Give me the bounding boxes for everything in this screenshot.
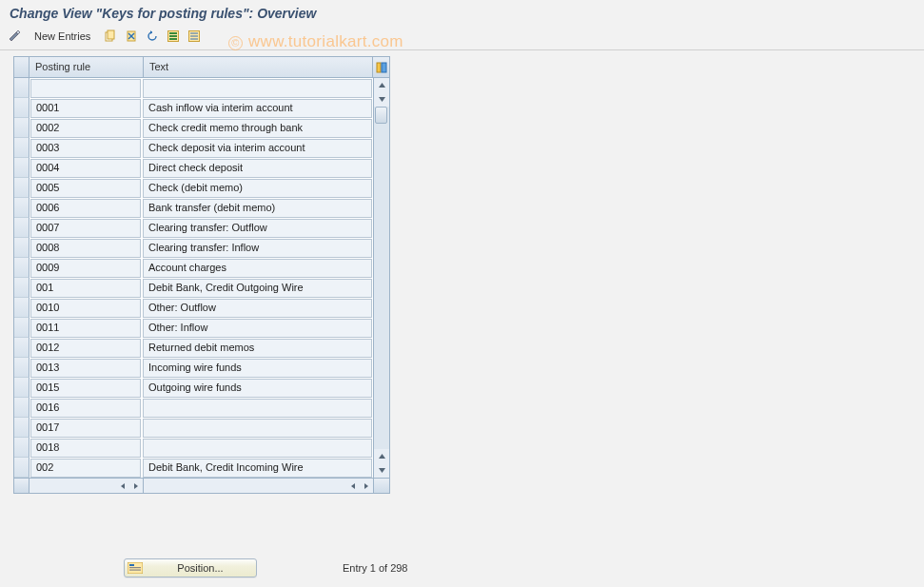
scroll-down-icon[interactable]	[374, 463, 389, 478]
cell-text[interactable]	[143, 439, 372, 458]
row-selector[interactable]	[14, 398, 29, 418]
cell-text[interactable]: Debit Bank, Credit Incoming Wire	[143, 459, 372, 478]
row-selector[interactable]	[14, 298, 29, 318]
cell-text[interactable]: Clearing transfer: Inflow	[143, 239, 372, 258]
row-selector[interactable]	[14, 198, 29, 218]
row-selector[interactable]	[14, 438, 29, 458]
row-selector[interactable]	[14, 158, 29, 178]
row-selector[interactable]	[14, 238, 29, 258]
hscroll-corner-left	[14, 479, 29, 493]
cell-text[interactable]: Returned debit memos	[143, 339, 372, 358]
hscroll-rule-group[interactable]	[29, 479, 144, 493]
row-selector[interactable]	[14, 78, 29, 98]
cell-posting-rule[interactable]: 0012	[30, 339, 141, 358]
cell-text[interactable]: Account charges	[143, 259, 372, 278]
hscroll-rule-right-icon[interactable]	[129, 479, 143, 493]
cell-posting-rule[interactable]: 0015	[30, 379, 141, 398]
svg-rect-14	[382, 63, 386, 72]
cell-posting-rule[interactable]: 0007	[30, 219, 141, 238]
cell-posting-rule[interactable]: 0016	[30, 399, 141, 418]
cell-text[interactable]	[143, 419, 372, 438]
cell-posting-rule[interactable]: 0002	[30, 119, 141, 138]
select-all-icon[interactable]	[165, 28, 182, 45]
hscroll-text-right-icon[interactable]	[360, 479, 373, 493]
position-button[interactable]: Position...	[124, 558, 257, 577]
header-selector-cell[interactable]	[14, 57, 29, 77]
cell-text[interactable]: Outgoing wire funds	[143, 379, 372, 398]
cell-text[interactable]: Other: Inflow	[143, 319, 372, 338]
scroll-track[interactable]	[374, 107, 389, 449]
copy-icon[interactable]	[102, 28, 119, 45]
table-header: Posting rule Text	[14, 57, 389, 78]
row-selector[interactable]	[14, 118, 29, 138]
cell-text[interactable]: Check deposit via interim account	[143, 139, 372, 158]
row-selector[interactable]	[14, 378, 29, 398]
table-frame: Posting rule Text 0001Cash inflow via in…	[13, 56, 390, 494]
cell-posting-rule[interactable]	[30, 79, 141, 98]
table-row: 0015Outgoing wire funds	[14, 378, 373, 398]
row-selector[interactable]	[14, 178, 29, 198]
cell-posting-rule[interactable]: 001	[30, 279, 141, 298]
table-row: 0012Returned debit memos	[14, 338, 373, 358]
svg-rect-10	[190, 32, 198, 34]
cell-text[interactable]: Other: Outflow	[143, 299, 372, 318]
cell-posting-rule[interactable]: 0004	[30, 159, 141, 178]
row-selector[interactable]	[14, 258, 29, 278]
table-row: 0007Clearing transfer: Outflow	[14, 218, 373, 238]
cell-text[interactable]: Bank transfer (debit memo)	[143, 199, 372, 218]
cell-text[interactable]	[143, 399, 372, 418]
cell-text[interactable]: Cash inflow via interim account	[143, 99, 372, 118]
column-header-rule[interactable]: Posting rule	[29, 57, 144, 77]
cell-text[interactable]: Debit Bank, Credit Outgoing Wire	[143, 279, 372, 298]
cell-posting-rule[interactable]: 0017	[30, 419, 141, 438]
table-row: 0002Check credit memo through bank	[14, 118, 373, 138]
cell-posting-rule[interactable]: 0013	[30, 359, 141, 378]
toggle-display-icon[interactable]	[6, 28, 23, 45]
row-selector[interactable]	[14, 138, 29, 158]
cell-text[interactable]: Clearing transfer: Outflow	[143, 219, 372, 238]
row-selector[interactable]	[14, 458, 29, 478]
cell-text[interactable]: Check (debit memo)	[143, 179, 372, 198]
cell-posting-rule[interactable]: 0001	[30, 99, 141, 118]
row-selector[interactable]	[14, 418, 29, 438]
delete-icon[interactable]	[123, 28, 140, 45]
hscroll-rule-left-icon[interactable]	[116, 479, 129, 493]
cell-posting-rule[interactable]: 0010	[30, 299, 141, 318]
cell-posting-rule[interactable]: 0003	[30, 139, 141, 158]
cell-posting-rule[interactable]: 0018	[30, 439, 141, 458]
cell-text[interactable]: Direct check deposit	[143, 159, 372, 178]
scroll-up-small-icon[interactable]	[374, 449, 389, 463]
cell-posting-rule[interactable]: 0005	[30, 179, 141, 198]
table-row: 0017	[14, 418, 373, 438]
cell-posting-rule[interactable]: 0009	[30, 259, 141, 278]
row-selector[interactable]	[14, 278, 29, 298]
hscroll-text-group[interactable]	[144, 479, 373, 493]
row-selector[interactable]	[14, 218, 29, 238]
undo-icon[interactable]	[144, 28, 161, 45]
footer: Position... Entry 1 of 298	[0, 558, 924, 577]
scroll-thumb[interactable]	[375, 107, 387, 124]
hscroll-text-left-icon[interactable]	[346, 479, 360, 493]
table-config-icon[interactable]	[372, 57, 389, 77]
svg-rect-11	[190, 35, 198, 37]
row-selector[interactable]	[14, 358, 29, 378]
cell-posting-rule[interactable]: 0006	[30, 199, 141, 218]
cell-text[interactable]: Incoming wire funds	[143, 359, 372, 378]
deselect-all-icon[interactable]	[186, 28, 203, 45]
new-entries-button[interactable]: New Entries	[27, 29, 98, 44]
scroll-up-icon[interactable]	[374, 78, 389, 92]
cell-text[interactable]	[143, 79, 372, 98]
cell-posting-rule[interactable]: 0011	[30, 319, 141, 338]
cell-posting-rule[interactable]: 002	[30, 459, 141, 478]
new-entries-label: New Entries	[34, 30, 90, 42]
column-header-text[interactable]: Text	[144, 57, 372, 77]
cell-text[interactable]: Check credit memo through bank	[143, 119, 372, 138]
row-selector[interactable]	[14, 318, 29, 338]
svg-rect-16	[129, 564, 134, 566]
row-selector[interactable]	[14, 98, 29, 118]
cell-posting-rule[interactable]: 0008	[30, 239, 141, 258]
vertical-scrollbar[interactable]	[373, 78, 389, 478]
table-row: 0001Cash inflow via interim account	[14, 98, 373, 118]
scroll-down-small-icon[interactable]	[374, 92, 389, 107]
row-selector[interactable]	[14, 338, 29, 358]
